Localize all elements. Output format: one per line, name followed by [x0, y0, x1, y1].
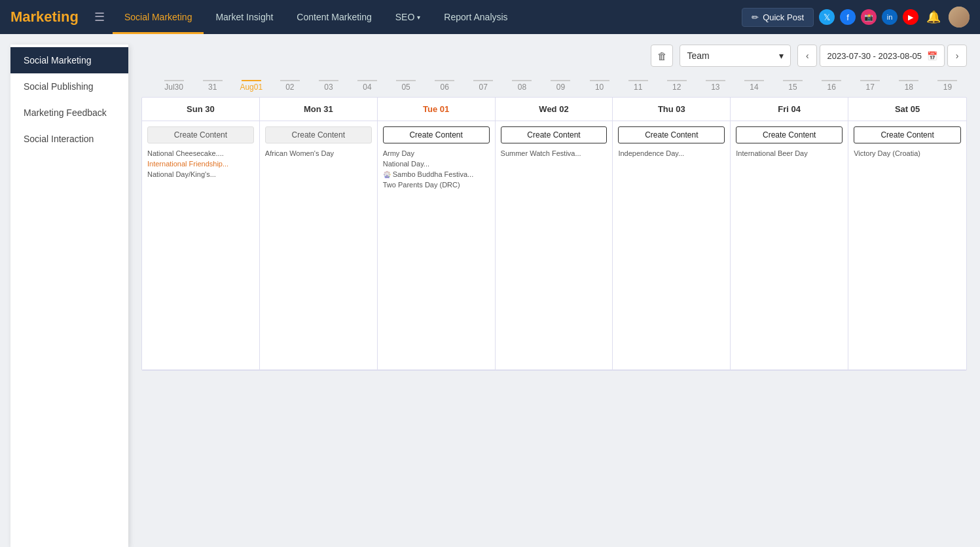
hamburger-icon[interactable]: ☰	[94, 10, 105, 24]
cal-header-sun30: Sun 30	[142, 98, 260, 121]
event-intl-beer-day: International Beer Day	[736, 149, 843, 158]
cal-cell-thu03: Create Content Independence Day...	[613, 121, 731, 370]
event-national-cheesecake: National Cheesecake....	[147, 149, 254, 158]
nav-link-content-marketing[interactable]: Content Marketing	[285, 0, 383, 34]
event-army-day: Army Day	[383, 149, 490, 158]
menu-item-social-interaction[interactable]: Social Interaction	[10, 126, 128, 152]
team-select[interactable]: Team ▾	[680, 45, 791, 67]
timeline-date-15: 15	[774, 80, 812, 92]
event-victory-day-croatia: Victory Day (Croatia)	[854, 149, 961, 158]
brand-logo: Marketing	[10, 9, 79, 26]
create-content-mon31[interactable]: Create Content	[265, 126, 372, 143]
dropdown-menu: Social Marketing Social Publishing Marke…	[10, 45, 128, 547]
timeline-date-12: 12	[657, 80, 696, 92]
timeline-date-02: 02	[270, 80, 309, 92]
timeline-date-03: 03	[309, 80, 348, 92]
cal-header-tue01: Tue 01	[378, 98, 496, 121]
create-content-tue01[interactable]: Create Content	[383, 126, 490, 143]
timeline-dates: Jul30 31 Aug01 02 03 04 05 06 07 08 09 1…	[154, 80, 967, 92]
cal-header-thu03: Thu 03	[613, 98, 731, 121]
brand: Marketing	[10, 9, 79, 26]
cal-events-sun30: National Cheesecake.... International Fr…	[147, 149, 254, 179]
calendar-header-row: Sun 30 Mon 31 Tue 01 Wed 02 Thu 03 Fri 0…	[142, 98, 966, 121]
prev-date-button[interactable]: ‹	[797, 45, 817, 67]
youtube-icon[interactable]: ▶	[903, 9, 918, 25]
nav-link-seo[interactable]: SEO ▾	[384, 0, 433, 34]
cal-cell-sat05: Create Content Victory Day (Croatia)	[848, 121, 966, 370]
cal-header-fri04: Fri 04	[731, 98, 848, 121]
calendar-grid: Sun 30 Mon 31 Tue 01 Wed 02 Thu 03 Fri 0…	[141, 97, 967, 371]
timeline-date-14: 14	[735, 80, 773, 92]
calendar-area: 🗑 Team ▾ ‹ 2023-07-30 - 2023-08-05 📅 › J…	[128, 34, 980, 547]
timeline-date-05: 05	[387, 80, 426, 92]
quick-post-button[interactable]: ✏ Quick Post	[742, 8, 814, 27]
instagram-icon[interactable]: 📸	[861, 9, 877, 25]
cal-events-tue01: Army Day National Day... 🎡 Sambo Buddha …	[383, 149, 490, 189]
timeline-date-07: 07	[464, 80, 503, 92]
calendar-body: Create Content National Cheesecake.... I…	[142, 121, 966, 370]
seo-chevron-icon: ▾	[417, 14, 420, 21]
timeline-date-13: 13	[696, 80, 735, 92]
sambo-icon: 🎡	[383, 171, 391, 178]
create-content-sun30[interactable]: Create Content	[147, 126, 254, 143]
menu-item-marketing-feedback[interactable]: Marketing Feedback	[10, 100, 128, 126]
nav-links: Social Marketing Market Insight Content …	[113, 0, 742, 34]
event-two-parents-day: Two Parents Day (DRC)	[383, 180, 490, 189]
create-content-sat05[interactable]: Create Content	[854, 126, 961, 143]
cal-header-mon31: Mon 31	[260, 98, 378, 121]
cal-cell-mon31: Create Content African Women's Day	[260, 121, 378, 370]
timeline-date-10: 10	[580, 80, 619, 92]
cal-header-sat05: Sat 05	[848, 98, 966, 121]
timeline-date-aug01: Aug01	[232, 80, 270, 92]
event-summer-watch: Summer Watch Festiva...	[501, 149, 608, 158]
menu-item-social-publishing[interactable]: Social Publishing	[10, 73, 128, 100]
main-content: Social Marketing Social Publishing Marke…	[0, 34, 980, 547]
timeline-date-31: 31	[193, 80, 232, 92]
create-content-fri04[interactable]: Create Content	[736, 126, 843, 143]
timeline-date-06: 06	[426, 80, 464, 92]
cal-cell-sun30: Create Content National Cheesecake.... I…	[142, 121, 260, 370]
cal-cell-fri04: Create Content International Beer Day	[731, 121, 848, 370]
timeline-date-18: 18	[890, 80, 928, 92]
timeline-header: Jul30 31 Aug01 02 03 04 05 06 07 08 09 1…	[141, 77, 967, 94]
facebook-icon[interactable]: f	[840, 9, 856, 25]
nav-link-market-insight[interactable]: Market Insight	[204, 0, 285, 34]
date-range-display: 2023-07-30 - 2023-08-05 📅	[820, 45, 945, 67]
calendar-icon[interactable]: 📅	[927, 51, 937, 61]
avatar[interactable]	[949, 7, 970, 28]
cal-cell-tue01: Create Content Army Day National Day... …	[378, 121, 496, 370]
twitter-icon[interactable]: 𝕏	[819, 9, 835, 25]
date-range-text: 2023-07-30 - 2023-08-05	[827, 51, 922, 61]
menu-item-social-marketing[interactable]: Social Marketing	[10, 47, 128, 73]
create-content-wed02[interactable]: Create Content	[501, 126, 608, 143]
event-intl-friendship: International Friendship...	[147, 159, 254, 168]
nav-link-social-marketing[interactable]: Social Marketing	[113, 0, 204, 34]
date-nav: ‹ 2023-07-30 - 2023-08-05 📅 ›	[797, 45, 967, 67]
nav-link-report-analysis[interactable]: Report Analysis	[432, 0, 519, 34]
cal-events-mon31: African Women's Day	[265, 149, 372, 158]
timeline-date-11: 11	[619, 80, 657, 92]
event-independence-day: Independence Day...	[618, 149, 725, 158]
cal-cell-wed02: Create Content Summer Watch Festiva...	[496, 121, 613, 370]
event-national-day-tue: National Day...	[383, 159, 490, 168]
notifications-icon[interactable]: 🔔	[926, 10, 941, 24]
timeline-date-16: 16	[812, 80, 851, 92]
navbar: Marketing ☰ Social Marketing Market Insi…	[0, 0, 980, 34]
timeline-date-04: 04	[348, 80, 386, 92]
timeline-date-jul30: Jul30	[154, 80, 193, 92]
timeline-date-17: 17	[851, 80, 890, 92]
timeline-date-09: 09	[541, 80, 580, 92]
linkedin-icon[interactable]: in	[882, 9, 898, 25]
event-national-day-kings: National Day/King's...	[147, 170, 254, 179]
next-date-button[interactable]: ›	[947, 45, 967, 67]
toolbar: 🗑 Team ▾ ‹ 2023-07-30 - 2023-08-05 📅 ›	[141, 45, 967, 67]
trash-button[interactable]: 🗑	[651, 45, 673, 67]
team-select-label: Team	[687, 50, 709, 61]
cal-header-wed02: Wed 02	[496, 98, 613, 121]
edit-icon: ✏	[752, 12, 759, 22]
timeline-date-19: 19	[928, 80, 967, 92]
cal-events-fri04: International Beer Day	[736, 149, 843, 158]
cal-events-thu03: Independence Day...	[618, 149, 725, 158]
cal-events-sat05: Victory Day (Croatia)	[854, 149, 961, 158]
create-content-thu03[interactable]: Create Content	[618, 126, 725, 143]
